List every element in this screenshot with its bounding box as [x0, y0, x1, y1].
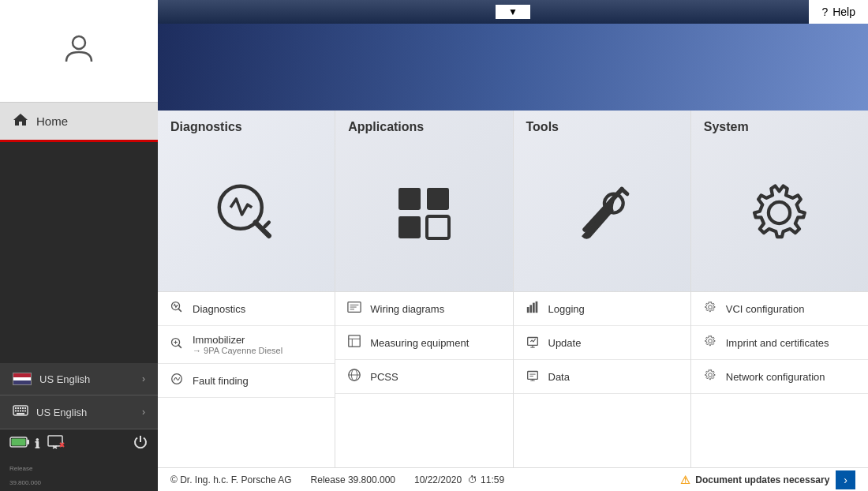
- diagnostics-items: Diagnostics Immobilizer → 9PA Cayenne D: [158, 292, 335, 398]
- footer-bar: © Dr. Ing. h.c. F. Porsche AG Release 39…: [158, 467, 868, 491]
- svg-rect-55: [527, 372, 537, 380]
- diagnostics-item-2-icon: [169, 372, 185, 389]
- svg-rect-11: [24, 410, 26, 412]
- system-header[interactable]: System: [691, 111, 868, 292]
- header-bar: ▼ ? Help: [158, 0, 868, 24]
- tools-item-0-label: Logging: [548, 303, 679, 315]
- applications-item-2[interactable]: PCSS: [335, 360, 512, 394]
- svg-rect-10: [22, 410, 24, 412]
- user-avatar-icon: [63, 32, 95, 70]
- applications-header[interactable]: Applications: [335, 111, 512, 292]
- sidebar-language-1[interactable]: US English ›: [0, 363, 158, 395]
- svg-rect-3: [17, 407, 19, 409]
- sidebar-spacer: [0, 142, 158, 363]
- tools-item-2-label: Data: [548, 371, 679, 383]
- system-icon-area: [704, 141, 855, 285]
- applications-column: Applications: [335, 111, 513, 467]
- applications-item-2-icon: [346, 368, 362, 385]
- tools-title: Tools: [526, 120, 559, 134]
- keyboard-icon: [13, 405, 28, 419]
- help-button[interactable]: ? Help: [809, 0, 868, 24]
- footer-date: 10/22/2020: [414, 474, 462, 485]
- system-item-1[interactable]: Imprint and certificates: [691, 326, 868, 360]
- svg-line-47: [622, 189, 627, 194]
- sidebar-status-bar: ℹ: [0, 429, 158, 458]
- tools-big-icon: [568, 179, 635, 246]
- tools-item-2[interactable]: Data: [514, 360, 690, 394]
- tools-items: Logging Update: [514, 292, 690, 394]
- svg-rect-5: [22, 407, 24, 409]
- applications-item-0-icon: [346, 300, 362, 317]
- system-big-icon: [746, 179, 813, 246]
- language-1-arrow-icon: ›: [142, 373, 145, 384]
- language-2-label: US English: [36, 407, 142, 418]
- applications-title: Applications: [348, 120, 424, 134]
- main-content: ▼ ? Help Diagnostics: [158, 0, 868, 491]
- diagnostics-item-1-content: Immobilizer → 9PA Cayenne Diesel: [193, 334, 282, 355]
- applications-item-1-label: Measuring equipment: [370, 337, 501, 349]
- header-dropdown-button[interactable]: ▼: [496, 5, 530, 19]
- svg-rect-32: [427, 188, 449, 210]
- svg-rect-48: [526, 307, 529, 313]
- sidebar-item-home[interactable]: Home: [0, 103, 158, 142]
- svg-rect-39: [349, 335, 360, 347]
- diagnostics-item-1-label: Immobilizer: [193, 334, 282, 346]
- svg-line-23: [265, 222, 269, 226]
- tools-item-1[interactable]: Update: [514, 326, 690, 360]
- tools-icon-area: [526, 141, 678, 285]
- diagnostics-item-2[interactable]: Fault finding: [158, 364, 335, 398]
- tools-header[interactable]: Tools: [514, 111, 690, 292]
- us-flag-icon: [13, 373, 32, 385]
- tools-item-0[interactable]: Logging: [514, 292, 690, 326]
- system-item-2-icon: [702, 368, 718, 385]
- battery-icon: [9, 436, 30, 452]
- footer-release: Release 39.800.000: [311, 474, 395, 485]
- system-item-1-label: Imprint and certificates: [726, 337, 857, 349]
- footer-alert: ⚠ Document updates necessary: [680, 474, 829, 486]
- footer-copyright: © Dr. Ing. h.c. F. Porsche AG: [170, 474, 292, 485]
- diagnostics-title: Diagnostics: [170, 120, 242, 134]
- svg-rect-33: [398, 216, 421, 238]
- diagnostics-header[interactable]: Diagnostics: [158, 111, 335, 292]
- svg-rect-49: [529, 305, 532, 313]
- applications-item-0-label: Wiring diagrams: [370, 303, 501, 315]
- info-icon: ℹ: [35, 437, 39, 452]
- svg-rect-4: [20, 407, 21, 409]
- footer-time: 11:59: [481, 474, 504, 485]
- home-icon: [13, 112, 28, 130]
- svg-rect-14: [27, 440, 29, 444]
- system-item-1-icon: [702, 334, 718, 351]
- svg-rect-16: [48, 436, 62, 446]
- svg-point-60: [769, 202, 790, 223]
- applications-item-1[interactable]: Measuring equipment: [335, 326, 512, 360]
- monitor-x-icon: [47, 435, 66, 452]
- language-2-arrow-icon: ›: [142, 407, 145, 418]
- svg-rect-8: [17, 410, 19, 412]
- diagnostics-big-icon: [211, 178, 282, 249]
- sidebar-keyboard-1[interactable]: US English ›: [0, 395, 158, 429]
- diagnostics-item-1[interactable]: Immobilizer → 9PA Cayenne Diesel: [158, 326, 335, 364]
- system-item-0-label: VCI configuration: [726, 303, 857, 315]
- system-item-2[interactable]: Network configuration: [691, 360, 868, 394]
- svg-rect-51: [535, 302, 537, 313]
- svg-line-25: [178, 309, 181, 311]
- svg-rect-31: [398, 188, 421, 210]
- power-button[interactable]: [133, 434, 148, 453]
- diagnostics-item-0[interactable]: Diagnostics: [158, 292, 335, 326]
- system-item-0[interactable]: VCI configuration: [691, 292, 868, 326]
- diagnostics-item-1-icon: [169, 336, 185, 354]
- applications-items: Wiring diagrams Measuring equipment: [335, 292, 512, 394]
- clock-icon: ⏱: [468, 474, 477, 485]
- svg-point-0: [73, 36, 85, 49]
- system-title: System: [704, 120, 749, 134]
- diagnostics-item-0-label: Diagnostics: [193, 303, 324, 315]
- svg-rect-6: [24, 407, 26, 409]
- svg-rect-15: [12, 439, 26, 446]
- tools-item-0-icon: [525, 300, 541, 317]
- svg-rect-7: [15, 410, 17, 412]
- footer-nav-button[interactable]: ›: [836, 470, 855, 489]
- svg-rect-34: [427, 216, 449, 238]
- tools-item-1-label: Update: [548, 337, 679, 349]
- applications-item-0[interactable]: Wiring diagrams: [335, 292, 512, 326]
- system-item-0-icon: [702, 300, 718, 317]
